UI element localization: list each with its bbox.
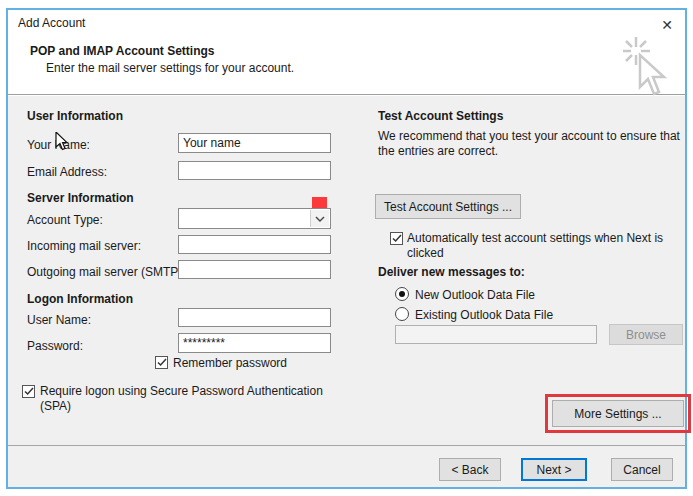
add-account-dialog: Add Account ✕ POP and IMAP Account Setti… bbox=[6, 8, 687, 489]
close-button[interactable]: ✕ bbox=[653, 12, 681, 37]
account-type-label: Account Type: bbox=[27, 213, 103, 227]
more-settings-button[interactable]: More Settings ... bbox=[552, 400, 684, 427]
outgoing-server-input[interactable] bbox=[178, 260, 331, 279]
check-icon bbox=[24, 387, 34, 396]
click-cursor-icon bbox=[623, 35, 669, 97]
auto-test-label: Automatically test account settings when… bbox=[407, 231, 679, 261]
cancel-button[interactable]: Cancel bbox=[611, 458, 673, 481]
radio-existing-data-file[interactable] bbox=[395, 307, 409, 321]
back-button[interactable]: < Back bbox=[439, 458, 501, 481]
page-title: POP and IMAP Account Settings bbox=[30, 44, 214, 58]
logon-user-name-input[interactable] bbox=[178, 308, 331, 327]
remember-password-label: Remember password bbox=[173, 356, 287, 370]
dialog-header: POP and IMAP Account Settings Enter the … bbox=[8, 38, 685, 95]
email-address-label: Email Address: bbox=[27, 165, 107, 179]
password-input[interactable] bbox=[178, 333, 331, 353]
logon-user-name-label: User Name: bbox=[27, 313, 91, 327]
incoming-server-label: Incoming mail server: bbox=[27, 239, 141, 253]
auto-test-checkbox[interactable] bbox=[390, 232, 403, 245]
logon-information-heading: Logon Information bbox=[27, 292, 133, 306]
server-information-heading: Server Information bbox=[27, 191, 134, 205]
password-label: Password: bbox=[27, 339, 83, 353]
title-bar: Add Account ✕ bbox=[8, 10, 685, 38]
radio-new-data-file-label: New Outlook Data File bbox=[415, 288, 535, 302]
browse-button: Browse bbox=[609, 324, 683, 345]
page-subtitle: Enter the mail server settings for your … bbox=[46, 61, 294, 75]
radio-existing-data-file-label: Existing Outlook Data File bbox=[415, 308, 553, 322]
incoming-server-input[interactable] bbox=[178, 235, 331, 254]
window-title: Add Account bbox=[18, 16, 85, 30]
chevron-down-icon[interactable] bbox=[310, 210, 329, 227]
remember-password-checkbox[interactable] bbox=[155, 356, 168, 369]
deliver-heading: Deliver new messages to: bbox=[378, 265, 525, 279]
radio-new-data-file[interactable] bbox=[395, 287, 409, 301]
user-information-heading: User Information bbox=[27, 109, 123, 123]
dialog-body: User Information Your Name: Email Addres… bbox=[8, 96, 685, 487]
mouse-cursor-icon bbox=[55, 132, 69, 152]
test-account-settings-button[interactable]: Test Account Settings ... bbox=[375, 194, 521, 219]
email-address-input[interactable] bbox=[178, 161, 331, 180]
annotation-marker bbox=[312, 197, 327, 208]
data-file-path-input bbox=[395, 325, 597, 344]
your-name-input[interactable] bbox=[178, 133, 331, 153]
account-type-dropdown[interactable] bbox=[178, 208, 331, 229]
spa-label: Require logon using Secure Password Auth… bbox=[40, 384, 350, 414]
outgoing-server-label: Outgoing mail server (SMTP): bbox=[27, 265, 186, 279]
next-button[interactable]: Next > bbox=[521, 458, 587, 481]
radio-dot bbox=[399, 291, 405, 297]
check-icon bbox=[157, 358, 167, 367]
footer-divider bbox=[8, 445, 685, 446]
test-account-settings-description: We recommend that you test your account … bbox=[378, 129, 680, 159]
test-account-settings-heading: Test Account Settings bbox=[378, 109, 503, 123]
check-icon bbox=[392, 234, 402, 243]
spa-checkbox[interactable] bbox=[22, 385, 35, 398]
